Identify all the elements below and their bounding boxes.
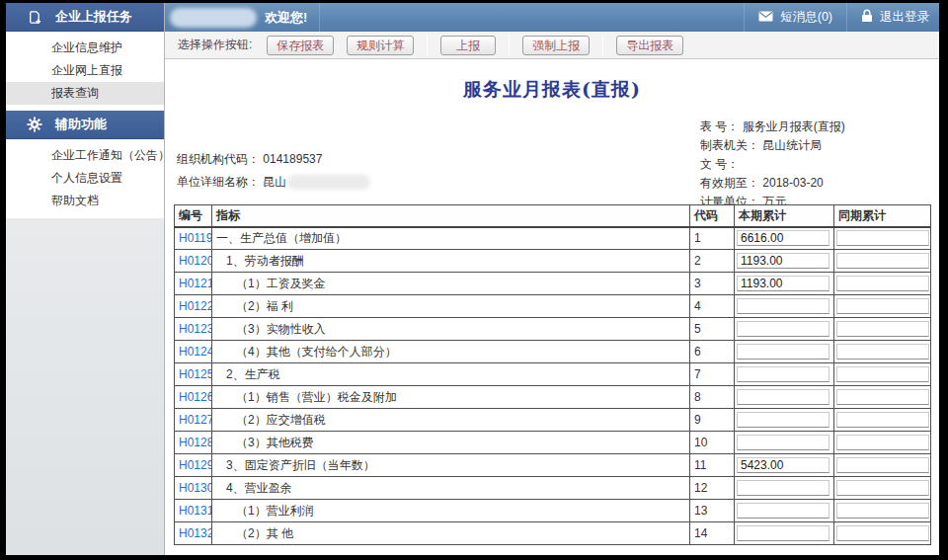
table-row: H0119 一、生产总值（增加值） 1 [175,227,931,250]
code-cell: 6 [690,341,735,363]
row-code-link[interactable]: H0122 [179,299,212,313]
prior-period-input[interactable] [836,366,929,382]
logout-label: 退出登录 [880,9,929,26]
meta-label: 有效期至： [700,176,762,190]
row-code-link[interactable]: H0121 [179,277,212,290]
row-code-link[interactable]: H0128 [179,436,212,449]
prior-period-input[interactable] [836,276,929,291]
current-period-input[interactable] [737,366,830,382]
sidebar-item-work-notice[interactable]: 企业工作通知（公告） [6,144,164,167]
prior-period-input[interactable] [836,298,929,314]
prior-period-input[interactable] [836,435,929,450]
report-meta-block: 表 号： 服务业月报表(直报) 制表机关： 昆山统计局 文 号： 有效期至： 2… [700,118,845,211]
indicator-cell: （3）其他税费 [212,432,690,454]
row-code-link[interactable]: H0126 [179,390,212,404]
sidebar-item-enterprise-online-report[interactable]: 企业网上直报 [6,59,164,82]
indicator-cell: （4）其他（支付给个人部分） [212,341,690,363]
prior-period-input[interactable] [836,525,929,541]
prior-period-input[interactable] [836,503,929,519]
code-cell: 5 [690,318,735,341]
unit-name-label: 单位详细名称： [177,175,263,189]
topbar: 欢迎您! 短消息(0) [165,3,939,32]
current-period-input[interactable] [737,230,830,246]
row-code-link[interactable]: H0131 [179,504,212,518]
current-period-input[interactable] [737,276,830,291]
prior-period-input[interactable] [836,389,929,405]
sidebar-item-report-query[interactable]: 报表查询 [6,82,164,105]
welcome-text: 欢迎您! [265,9,307,27]
table-row: H0121 （1）工资及奖金 3 [175,273,931,295]
prior-period-input[interactable] [836,412,929,428]
logout-button[interactable]: 退出登录 [847,3,939,32]
gear-icon [26,117,42,133]
code-cell: 13 [690,500,735,522]
code-cell: 3 [690,273,735,295]
report-table: 编号 指标 代码 本期累计 同期累计 H0119 一、生产总值（增加值） 1 [174,204,931,545]
sidebar-filler [6,218,164,555]
submit-button[interactable]: 上报 [440,36,496,55]
row-code-link[interactable]: H0120 [179,254,212,268]
current-period-input[interactable] [737,298,830,314]
row-code-link[interactable]: H0123 [179,322,212,336]
table-row: H0120 1、劳动者报酬 2 [175,250,931,273]
row-code-link[interactable]: H0124 [179,345,212,359]
meta-value: 昆山统计局 [762,138,822,152]
org-code-label: 组织机构代码： [177,152,263,166]
prior-period-input[interactable] [836,480,929,496]
messages-button[interactable]: 短消息(0) [745,3,846,32]
export-report-button[interactable]: 导出报表 [616,36,683,55]
prior-period-input[interactable] [836,253,929,269]
sidebar-items-auxiliary: 企业工作通知（公告） 个人信息设置 帮助文档 [6,139,164,218]
row-code-link[interactable]: H0119 [179,231,212,245]
toolbar-divider [427,35,428,56]
current-period-input[interactable] [737,435,830,450]
current-period-input[interactable] [737,503,830,519]
sidebar: 企业上报任务 企业信息维护 企业网上直报 报表查询 [6,3,165,555]
current-period-input[interactable] [737,525,830,541]
meta-value: 2018-03-20 [762,176,823,190]
current-period-input[interactable] [737,253,830,269]
row-code-link[interactable]: H0129 [179,458,212,472]
row-code-link[interactable]: H0130 [179,481,212,495]
meta-label: 文 号： [700,157,739,171]
table-row: H0128 （3）其他税费 10 [175,432,931,454]
sidebar-section-auxiliary[interactable]: 辅助功能 [6,111,164,139]
indicator-cell: （1）工资及奖金 [212,273,690,295]
envelope-icon [758,11,773,25]
header-indicator: 指标 [212,205,690,227]
sidebar-item-help-docs[interactable]: 帮助文档 [6,190,164,212]
current-period-input[interactable] [737,389,830,405]
code-cell: 4 [690,295,735,318]
indicator-cell: 1、劳动者报酬 [212,250,690,273]
row-code-link[interactable]: H0127 [179,413,212,427]
current-period-input[interactable] [737,412,830,428]
sidebar-item-enterprise-info-maintenance[interactable]: 企业信息维护 [6,37,164,59]
code-cell: 10 [690,432,735,454]
table-row: H0129 3、固定资产折旧（当年数） 11 [175,454,931,477]
indicator-cell: （2）福 利 [212,295,690,318]
report-title: 服务业月报表(直报) [165,77,939,103]
save-report-button[interactable]: 保存报表 [267,36,334,55]
row-code-link[interactable]: H0132 [179,526,212,540]
meta-label: 表 号： [700,120,743,133]
current-period-input[interactable] [737,480,830,496]
code-cell: 8 [690,386,735,409]
current-period-input[interactable] [737,344,830,360]
app-window: 企业上报任务 企业信息维护 企业网上直报 报表查询 [6,3,939,555]
rule-calculate-button[interactable]: 规则计算 [347,36,414,55]
code-cell: 1 [690,227,735,250]
sidebar-item-personal-settings[interactable]: 个人信息设置 [6,167,164,190]
prior-period-input[interactable] [836,457,929,473]
report-table-wrap: 编号 指标 代码 本期累计 同期累计 H0119 一、生产总值（增加值） 1 [174,204,931,545]
sidebar-section-report-tasks[interactable]: 企业上报任务 [6,3,164,32]
force-submit-button[interactable]: 强制上报 [522,36,590,55]
prior-period-input[interactable] [836,344,929,360]
row-code-link[interactable]: H0125 [179,367,212,381]
prior-period-input[interactable] [836,321,929,337]
header-row-code: 编号 [175,205,212,227]
current-period-input[interactable] [737,321,830,337]
prior-period-input[interactable] [836,230,929,246]
header-code: 代码 [690,205,735,227]
table-row: H0124 （4）其他（支付给个人部分） 6 [175,341,931,363]
current-period-input[interactable] [737,457,830,473]
